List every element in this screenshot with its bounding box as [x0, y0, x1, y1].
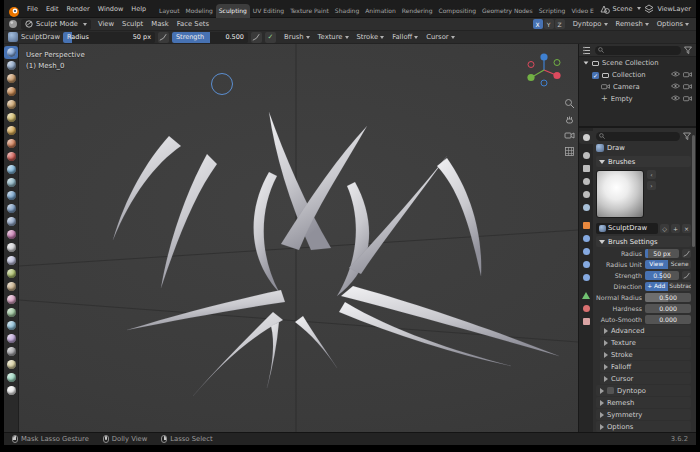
tool-grab[interactable]: [4, 241, 18, 254]
hardness-slider[interactable]: 0.000: [645, 304, 691, 313]
tool-thumb[interactable]: [4, 280, 18, 293]
properties-tab-scene[interactable]: [579, 188, 593, 201]
disable-in-renders-icon[interactable]: [683, 83, 692, 92]
scene-selector[interactable]: Scene: [613, 5, 633, 13]
properties-tab-material[interactable]: [579, 302, 593, 315]
tool-flatten[interactable]: [4, 176, 18, 189]
pan-hand-icon[interactable]: [564, 110, 575, 121]
brushes-panel-header[interactable]: Brushes: [596, 156, 691, 167]
tool-pinch[interactable]: [4, 228, 18, 241]
properties-scrollbar[interactable]: [692, 132, 695, 428]
tool-cloth[interactable]: [4, 358, 18, 371]
popover-falloff[interactable]: Falloff: [389, 32, 421, 42]
tool-clay-thumb[interactable]: [4, 98, 18, 111]
menu-window[interactable]: Window: [94, 3, 128, 15]
symmetry-z-toggle[interactable]: Z: [555, 19, 565, 29]
hide-in-viewport-icon[interactable]: [671, 71, 680, 79]
menu-render[interactable]: Render: [62, 3, 93, 15]
panel-options[interactable]: Options: [596, 421, 691, 432]
strength-pressure-button[interactable]: [251, 32, 262, 43]
properties-tab-tool[interactable]: [579, 131, 593, 144]
hide-in-viewport-icon[interactable]: [671, 95, 680, 103]
menu-help[interactable]: Help: [127, 3, 150, 15]
tool-smooth[interactable]: [4, 163, 18, 176]
properties-search-input[interactable]: [596, 132, 680, 141]
normal-radius-slider[interactable]: 0.500: [645, 293, 691, 302]
tool-blob[interactable]: [4, 137, 18, 150]
symmetry-y-toggle[interactable]: Y: [544, 19, 554, 29]
workspace-tab-uv-editing[interactable]: UV Editing: [250, 4, 287, 18]
tool-scrape[interactable]: [4, 202, 18, 215]
workspace-tab-compositing[interactable]: Compositing: [435, 4, 479, 18]
workspace-tab-sculpting[interactable]: Sculpting: [216, 4, 250, 18]
workspace-tab-rendering[interactable]: Rendering: [399, 4, 436, 18]
tool-nudge[interactable]: [4, 306, 18, 319]
radius-pressure-button[interactable]: [158, 32, 169, 43]
properties-tab-particles[interactable]: [579, 245, 593, 258]
radius-slider[interactable]: Radius 50 px: [63, 32, 155, 43]
tool-elastic-deform[interactable]: [4, 254, 18, 267]
new-brush-button[interactable]: +: [671, 224, 680, 233]
properties-tab-modifiers[interactable]: [579, 232, 593, 245]
direction-subtract-button[interactable]: - Subtract: [669, 282, 692, 291]
panel-dyntopo[interactable]: Dyntopo: [596, 385, 691, 396]
subpanel-cursor[interactable]: Cursor: [600, 373, 691, 384]
camera-view-icon[interactable]: [564, 126, 575, 137]
tool-slide-relax[interactable]: [4, 332, 18, 345]
outliner-row-collection[interactable]: ✓Collection: [579, 69, 696, 81]
direction-add-button[interactable]: + Add: [645, 282, 668, 291]
menu-edit[interactable]: Edit: [42, 3, 63, 15]
subpanel-stroke[interactable]: Stroke: [600, 349, 691, 360]
outliner-row-empty[interactable]: +Empty: [579, 93, 696, 105]
editor-type-icon[interactable]: [8, 19, 18, 29]
strength-pressure-icon[interactable]: [682, 271, 691, 280]
properties-tab-object-data[interactable]: [579, 289, 593, 302]
tool-multiplane-scrape[interactable]: [4, 215, 18, 228]
menu-mask[interactable]: Mask: [147, 19, 173, 29]
outliner-row-scene-collection[interactable]: Scene Collection: [579, 57, 696, 69]
properties-tab-constraints[interactable]: [579, 271, 593, 284]
brush-name[interactable]: SculptDraw: [21, 33, 60, 41]
workspace-tab-animation[interactable]: Animation: [362, 4, 399, 18]
workspace-tab-texture-paint[interactable]: Texture Paint: [287, 4, 332, 18]
panel-remesh[interactable]: Remesh: [596, 397, 691, 408]
menu-face-sets[interactable]: Face Sets: [173, 19, 213, 29]
outliner-editor-icon[interactable]: [583, 46, 592, 55]
workspace-tab-scripting[interactable]: Scripting: [536, 4, 569, 18]
radius-prop-slider[interactable]: 50 px: [645, 249, 679, 258]
properties-tab-render[interactable]: [579, 149, 593, 162]
filter-icon[interactable]: [684, 46, 692, 54]
tool-simplify[interactable]: [4, 371, 18, 384]
menu-file[interactable]: File: [23, 3, 42, 15]
mode-selector[interactable]: Sculpt Mode: [21, 19, 91, 30]
disable-in-renders-icon[interactable]: [683, 95, 692, 104]
properties-tab-object[interactable]: [579, 219, 593, 232]
workspace-tab-video-editing[interactable]: Video Editing: [568, 4, 593, 18]
outliner-search-input[interactable]: [595, 46, 681, 55]
prev-brush-button[interactable]: ‹: [647, 170, 656, 179]
tool-draw-sharp[interactable]: [4, 59, 18, 72]
collection-checkbox[interactable]: ✓: [592, 72, 599, 79]
tool-clay-strips[interactable]: [4, 85, 18, 98]
brush-name-field[interactable]: SculptDraw: [596, 223, 658, 234]
tool-crease[interactable]: [4, 150, 18, 163]
popover-stroke[interactable]: Stroke: [354, 32, 388, 42]
popover-texture[interactable]: Texture: [315, 32, 352, 42]
viewport-3d[interactable]: User Perspective (1) Mesh_0: [19, 44, 578, 432]
tool-clay[interactable]: [4, 72, 18, 85]
properties-tab-output[interactable]: [579, 162, 593, 175]
navigation-gizmo[interactable]: [524, 50, 564, 90]
popover-options[interactable]: Options: [654, 19, 692, 29]
properties-tab-view-layer[interactable]: [579, 175, 593, 188]
auto-smooth-slider[interactable]: 0.000: [645, 315, 691, 324]
tool-draw[interactable]: [4, 46, 18, 59]
popover-cursor[interactable]: Cursor: [423, 32, 457, 42]
next-brush-button[interactable]: ›: [647, 181, 656, 190]
fake-user-button[interactable]: ◇: [660, 224, 669, 233]
blender-logo-icon[interactable]: [8, 3, 20, 15]
tool-snake-hook[interactable]: [4, 267, 18, 280]
radius-unit-view-button[interactable]: View: [645, 260, 668, 269]
brush-settings-panel-header[interactable]: Brush Settings: [596, 236, 691, 247]
properties-tab-physics[interactable]: [579, 258, 593, 271]
strength-prop-slider[interactable]: 0.500: [645, 271, 679, 280]
